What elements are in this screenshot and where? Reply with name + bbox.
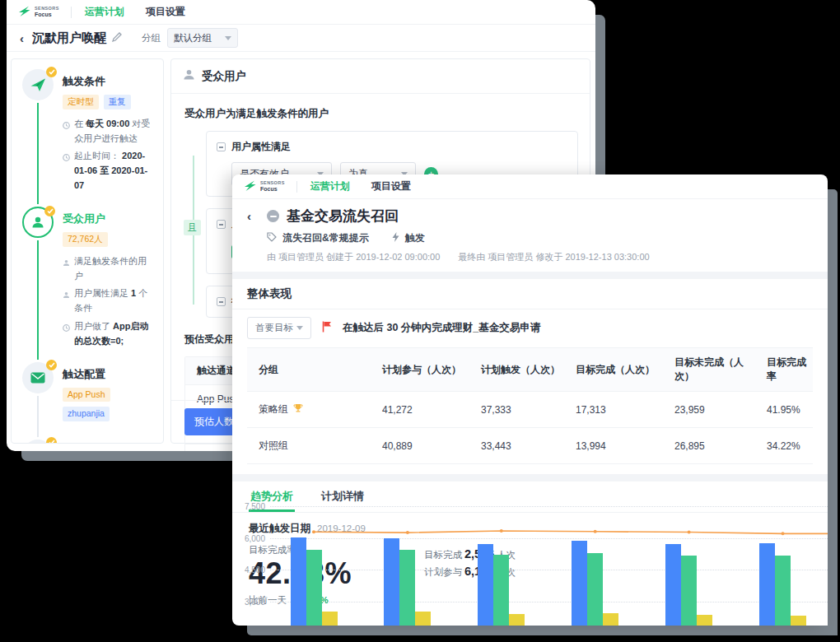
- top-navbar: SENSORS Focus 运营计划 项目设置: [7, 0, 595, 25]
- check-badge-icon: [44, 206, 55, 216]
- campaign-title-bar: ‹ 沉默用户唤醒 分组 默认分组: [7, 25, 595, 52]
- col-goal-rate: 目标完成率: [755, 348, 813, 391]
- tag-channel: zhupanjia: [63, 407, 110, 421]
- sensors-focus-logo[interactable]: SENSORS Focus: [244, 180, 285, 193]
- collapse-icon[interactable]: [217, 142, 226, 151]
- goal-row: 首要目标 在触达后 30 分钟内完成理财_基金交易申请: [232, 309, 828, 347]
- condition-title: 用户属性满足: [231, 140, 291, 154]
- user-icon: [63, 288, 70, 315]
- panel-subtitle: 受众用户为满足触发条件的用户: [171, 94, 590, 131]
- step-connector: [37, 396, 39, 437]
- step-title: 受众用户: [63, 212, 155, 226]
- step-connector: [37, 240, 39, 359]
- sensors-focus-logo[interactable]: SENSORS Focus: [18, 6, 59, 18]
- table-header-row: 分组 计划参与（人次） 计划触发（人次） 目标完成（人次） 目标未完成（人次） …: [247, 347, 813, 392]
- logo-text-line2: Focus: [260, 186, 285, 192]
- logo-lightning-icon: [18, 6, 30, 18]
- group-name: 对照组: [259, 439, 288, 453]
- step-detail-line: 满足触发条件的用户: [63, 254, 155, 283]
- step-audience[interactable]: 受众用户 72,762人 满足触发条件的用户 用户属性满足 1 个条件 用户做了…: [21, 207, 155, 361]
- group-label: 分组: [142, 32, 161, 44]
- table-row[interactable]: 策略组 41,272 37,333 17,313 23,959 41.95%: [247, 392, 813, 428]
- trigger-type-label: 触发: [405, 231, 425, 245]
- campaign-report-window: SENSORS Focus 运营计划 项目设置 ‹ 基金交易流失召回 流失召回&…: [232, 174, 828, 626]
- table-row[interactable]: 对照组 40,889 33,443 13,994 26,895 34.22%: [247, 428, 813, 464]
- col-participated: 计划参与（人次）: [371, 356, 469, 384]
- paused-status-icon: [267, 210, 279, 222]
- clock-icon: [63, 119, 70, 146]
- panel-title: 受众用户: [202, 69, 246, 84]
- map-pin-icon: [22, 440, 54, 444]
- nav-operation-plan[interactable]: 运营计划: [85, 5, 124, 19]
- col-goal-undone: 目标未完成（人次）: [663, 348, 755, 391]
- step-title: 触达配置: [63, 367, 155, 382]
- top-navbar: SENSORS Focus 运营计划 项目设置: [232, 174, 828, 199]
- tag-icon: [267, 232, 277, 244]
- nav-project-settings[interactable]: 项目设置: [146, 5, 185, 19]
- envelope-icon: [22, 362, 54, 393]
- clock-icon: [63, 321, 70, 348]
- logo-text-line2: Focus: [35, 12, 59, 17]
- back-chevron-icon[interactable]: ‹: [20, 31, 24, 45]
- step-title: 触发条件: [63, 74, 155, 89]
- col-goal-done: 目标完成（人次）: [564, 356, 663, 384]
- group-name: 策略组: [259, 402, 288, 416]
- step-detail-line: 起止时间： 2020-01-06 至 2020-01-07: [63, 148, 155, 193]
- campaign-steps-sidebar: 触发条件 定时型 重复 在 每天 09:00 对受众用户进行触达 起止时间： 2…: [11, 58, 164, 444]
- and-operator-tag: 且: [184, 220, 201, 235]
- trend-bar-chart: 3,0004,5006,0007,500: [232, 506, 828, 626]
- nav-divider: [296, 181, 297, 193]
- group-select[interactable]: 默认分组: [167, 28, 238, 48]
- performance-table: 分组 计划参与（人次） 计划触发（人次） 目标完成（人次） 目标未完成（人次） …: [247, 347, 813, 464]
- section-gap: [232, 474, 828, 482]
- check-badge-icon: [46, 437, 57, 444]
- person-icon: [22, 207, 54, 238]
- nav-operation-plan[interactable]: 运营计划: [310, 179, 350, 193]
- nav-divider: [71, 7, 72, 18]
- check-badge-icon: [46, 67, 57, 77]
- modified-meta: 最终由 项目管理员 修改于 2019-12-13 03:30:00: [458, 251, 649, 263]
- nav-project-settings[interactable]: 项目设置: [371, 179, 411, 193]
- step-reach-config[interactable]: 触达配置 App Push zhupanjia: [21, 362, 155, 440]
- logo-text-line1: SENSORS: [35, 7, 59, 12]
- collapse-icon[interactable]: [217, 297, 226, 306]
- goal-description: 在触达后 30 分钟内完成理财_基金交易申请: [343, 321, 540, 335]
- user-icon: [63, 256, 70, 283]
- col-triggered: 计划触发（人次）: [469, 356, 564, 384]
- step-trigger-condition[interactable]: 触发条件 定时型 重复 在 每天 09:00 对受众用户进行触达 起止时间： 2…: [21, 69, 155, 207]
- report-header: ‹ 基金交易流失召回 流失召回&常规提示 触发 由 项目管理员 创建于 2019…: [232, 199, 828, 272]
- edit-pencil-icon[interactable]: [112, 30, 122, 45]
- tag-timed: 定时型: [63, 95, 99, 109]
- step-goal-settings[interactable]: 目标设置 主要目标： 15 分钟 内完成事件 App 元素点击: [21, 440, 155, 444]
- campaign-tag-label: 流失召回&常规提示: [282, 231, 369, 245]
- step-detail-line: 在 每天 09:00 对受众用户进行触达: [63, 116, 155, 146]
- goal-select[interactable]: 首要目标: [247, 317, 311, 339]
- chevron-down-icon: [225, 36, 231, 40]
- step-detail-line: 用户做了 App启动的总次数=0;: [63, 319, 155, 348]
- logo-lightning-icon: [244, 180, 256, 193]
- audience-icon: [183, 68, 195, 84]
- clock-icon: [63, 151, 70, 193]
- campaign-title: 沉默用户唤醒: [32, 30, 106, 46]
- collapse-icon[interactable]: [217, 220, 226, 229]
- col-group: 分组: [247, 356, 371, 384]
- chevron-down-icon: [296, 326, 303, 330]
- tag-app-push: App Push: [63, 388, 110, 402]
- created-meta: 由 项目管理员 创建于 2019-12-02 09:00:00: [267, 251, 440, 263]
- red-flag-icon: [322, 321, 332, 336]
- step-connector: [37, 103, 39, 204]
- trend-line-series: [232, 506, 828, 626]
- overall-performance-title: 整体表现: [232, 279, 828, 309]
- check-badge-icon: [46, 360, 57, 370]
- section-gap: [232, 272, 828, 279]
- trophy-icon: [293, 403, 303, 416]
- tag-repeat: 重复: [104, 95, 131, 109]
- back-chevron-icon[interactable]: ‹: [247, 209, 251, 223]
- paper-plane-icon: [22, 69, 54, 100]
- tag-audience-count: 72,762人: [63, 232, 108, 247]
- group-select-value: 默认分组: [174, 32, 212, 44]
- step-detail-line: 用户属性满足 1 个条件: [63, 286, 155, 315]
- logo-text-line1: SENSORS: [260, 181, 285, 186]
- lightning-icon: [392, 232, 399, 244]
- report-title: 基金交易流失召回: [287, 207, 399, 226]
